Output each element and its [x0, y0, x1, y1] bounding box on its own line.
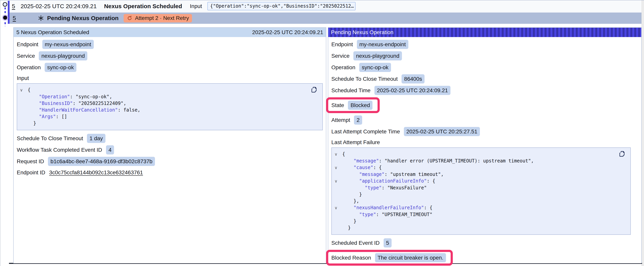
scheduled-panel-header: 5 Nexus Operation Scheduled 2025-02-25 U…: [14, 28, 326, 37]
field-value-badge: sync-op-ok: [359, 63, 391, 72]
failure-json-block: ∨{ "message": "handler error (UPSTREAM_T…: [331, 147, 631, 235]
field-label: Endpoint: [17, 41, 38, 48]
field-endpoint: Endpoint my-nexus-endpoint: [331, 40, 638, 49]
blocked-reason-value-badge: The circuit breaker is open.: [375, 253, 446, 262]
code-line: "Args": []: [20, 113, 318, 120]
field-label: Operation: [331, 64, 355, 71]
json-code: ∨{ "message": "handler error (UPSTREAM_T…: [334, 151, 626, 231]
temporal-event-history-view: { "rows": { "scheduled": { "id": "5", "t…: [0, 0, 644, 266]
field-label: Endpoint: [331, 41, 353, 48]
collapse-chevron-icon[interactable]: ∨: [20, 87, 28, 93]
field-value-badge: nexus-playground: [354, 51, 402, 61]
field-last-attempt-complete-time: Last Attempt Complete Time 2025-02-25 UT…: [331, 127, 638, 136]
endpoint-id-link[interactable]: 3c0c75ccfa8144b092c13ce632463761: [49, 169, 143, 176]
field-label: Schedule To Close Timeout: [17, 135, 83, 142]
code-line: ∨ "cause": {: [334, 164, 626, 171]
field-label: Attempt: [331, 117, 350, 123]
code-line: },: [334, 198, 626, 204]
field-label: Input: [17, 75, 29, 81]
field-value-badge: 86400s: [402, 74, 424, 84]
code-line: ∨ "nexusHandlerFailureInfo": {: [334, 204, 626, 211]
pending-panel-header: Pending Nexus Operation: [328, 28, 641, 37]
retry-icon: [127, 15, 132, 21]
collapse-chevron-icon[interactable]: ∨: [334, 178, 342, 184]
collapse-chevron-icon[interactable]: ∨: [334, 164, 342, 171]
event-row-scheduled[interactable]: 5 2025-02-25 UTC 20:24:09.21 Nexus Opera…: [10, 1, 642, 12]
copy-icon[interactable]: [311, 86, 317, 93]
timeline-selection-bar: [8, 1, 10, 24]
input-json-block: ∨{ "Operation": "sync-op-ok", "BusinessI…: [17, 83, 323, 130]
field-value-badge: 2: [354, 115, 362, 125]
code-line: "type": "UPSTREAM_TIMEOUT": [334, 211, 626, 218]
code-line: ∨{: [20, 87, 318, 93]
field-label: Workflow Task Completed Event ID: [17, 147, 102, 153]
field-value-badge: 2025-02-25 UTC 20:25:27.51: [404, 127, 480, 136]
field-value-badge: my-nexus-endpoint: [42, 40, 94, 49]
field-label: State: [331, 102, 344, 108]
code-line: ∨{: [334, 151, 626, 158]
pending-panel-body: Endpoint my-nexus-endpoint Service nexus…: [328, 37, 641, 265]
field-label: Scheduled Time: [331, 87, 370, 94]
code-line: ∨ "applicationFailureInfo": {: [334, 178, 626, 184]
code-line: "type": "NexusFailure": [334, 184, 626, 191]
copy-icon[interactable]: [619, 151, 625, 157]
code-line: "BusinessID": "20250225122409",: [20, 100, 318, 107]
event-id-link[interactable]: 5: [12, 3, 15, 10]
pending-operation-panel: Pending Nexus Operation Endpoint my-nexu…: [328, 27, 642, 263]
code-line: "HandlerWaitForCancellation": false,: [20, 107, 318, 113]
field-label: Scheduled Event ID: [331, 240, 380, 246]
field-request-id: Request ID b1c6a4bc-8ee7-468a-9169-df3b0…: [17, 157, 323, 166]
field-value-badge: 5: [384, 238, 392, 247]
panel-title: 5 Nexus Operation Scheduled: [16, 29, 89, 36]
field-schedule-to-close: Schedule To Close Timeout 86400s: [331, 74, 638, 84]
timeline-filled-circle-icon[interactable]: [3, 16, 7, 20]
scheduled-panel-body: Endpoint my-nexus-endpoint Service nexus…: [14, 37, 326, 177]
field-endpoint-id: Endpoint ID 3c0c75ccfa8144b092c13ce63246…: [17, 168, 323, 177]
panel-title: Pending Nexus Operation: [331, 29, 394, 36]
collapse-chevron-icon[interactable]: ∨: [334, 151, 342, 158]
field-attempt: Attempt 2: [331, 115, 638, 125]
event-detail-panels: 5 Nexus Operation Scheduled 2025-02-25 U…: [13, 27, 642, 263]
event-title: Nexus Operation Scheduled: [104, 3, 182, 10]
attempt-retry-badge: Attempt 2 · Next Retry: [124, 14, 192, 23]
field-value-badge: b1c6a4bc-8ee7-468a-9169-df3b02c8737b: [48, 157, 155, 166]
collapse-chevron-icon[interactable]: ∨: [334, 205, 342, 211]
field-value-badge: 2025-02-25 UTC 20:24:09.21: [374, 86, 450, 95]
field-value-badge: 4: [106, 145, 114, 154]
field-scheduled-time: Scheduled Time 2025-02-25 UTC 20:24:09.2…: [331, 86, 638, 95]
code-line: }: [334, 224, 626, 231]
event-timestamp: 2025-02-25 UTC 20:24:09.21: [21, 3, 97, 10]
field-label: Blocked Reason: [331, 255, 371, 261]
field-service: Service nexus-playground: [331, 51, 638, 61]
code-line: "Operation": "sync-op-ok",: [20, 93, 318, 100]
panel-timestamp: 2025-02-25 UTC 20:24:09.21: [252, 29, 323, 36]
code-line: }: [334, 191, 626, 198]
field-label: Request ID: [17, 158, 44, 165]
scrollbar[interactable]: [642, 1, 644, 266]
event-id-link[interactable]: 5: [13, 15, 16, 22]
field-operation: Operation sync-op-ok: [17, 63, 323, 72]
input-preview-chip: {"Operation":"sync-op-ok","BusinessID":"…: [208, 2, 356, 10]
field-label: Service: [331, 53, 350, 59]
code-line: "message": "handler error (UPSTREAM_TIME…: [334, 158, 626, 164]
field-value-badge: 1 day: [87, 134, 106, 143]
field-label: Last Attempt Complete Time: [331, 129, 400, 135]
field-operation: Operation sync-op-ok: [331, 63, 638, 72]
field-endpoint: Endpoint my-nexus-endpoint: [17, 40, 323, 49]
field-last-attempt-failure-label: Last Attempt Failure: [331, 138, 638, 146]
field-value-badge: my-nexus-endpoint: [357, 40, 408, 49]
timeline-open-circle-icon[interactable]: [3, 2, 7, 7]
input-label: Input: [190, 3, 202, 9]
code-line: }: [20, 120, 318, 127]
field-service: Service nexus-playground: [17, 51, 323, 61]
blocked-reason-field-highlight: Blocked Reason The circuit breaker is op…: [326, 250, 453, 265]
code-line: "message": "upstream timeout",: [334, 171, 626, 178]
json-code: ∨{ "Operation": "sync-op-ok", "BusinessI…: [20, 87, 318, 127]
field-scheduled-event-id: Scheduled Event ID 5: [331, 238, 638, 247]
attempt-retry-label: Attempt 2 · Next Retry: [135, 15, 189, 21]
field-label: Service: [17, 53, 35, 59]
field-label: Last Attempt Failure: [331, 139, 380, 145]
event-row-pending[interactable]: 5 Pending Nexus Operation Attempt 2 · Ne…: [10, 13, 642, 24]
pending-event-title: Pending Nexus Operation: [47, 15, 119, 22]
state-value-badge: Blocked: [348, 101, 372, 110]
